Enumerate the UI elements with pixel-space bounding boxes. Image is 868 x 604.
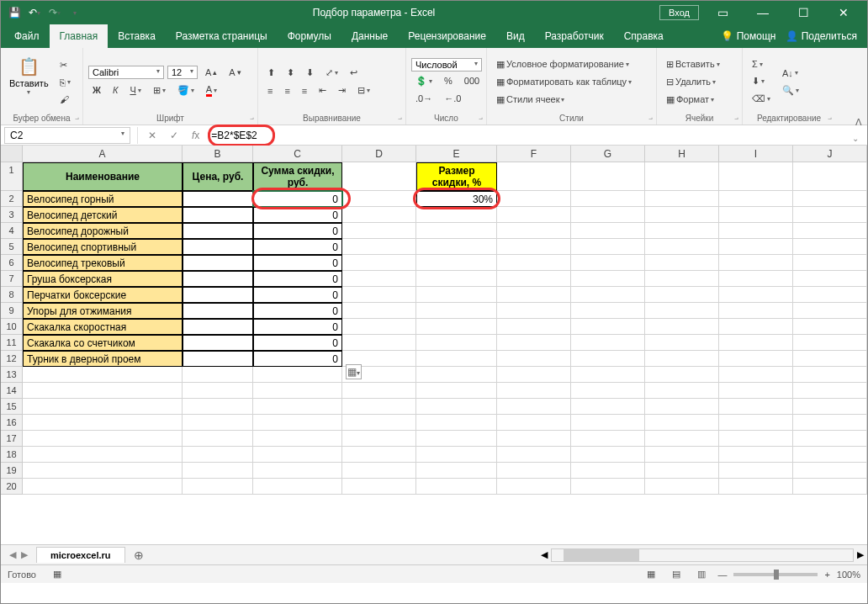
row-header-3[interactable]: 3 [1, 207, 23, 223]
cell-I4[interactable] [719, 223, 793, 239]
paste-button[interactable]: 📋 Вставить ▾ [6, 51, 52, 112]
cell-B1[interactable]: Цена, руб. [183, 162, 253, 191]
select-all-corner[interactable] [1, 146, 23, 162]
share-button[interactable]: 👤 Поделиться [786, 30, 857, 42]
cell-C8[interactable]: 0 [253, 287, 342, 303]
row-header-9[interactable]: 9 [1, 303, 23, 319]
font-size-select[interactable]: 12▾ [167, 66, 198, 79]
cell-C13[interactable] [253, 367, 342, 383]
hscroll-right-icon[interactable]: ▶ [857, 549, 864, 560]
cell-B6[interactable] [183, 255, 253, 271]
cell-G14[interactable] [571, 383, 645, 399]
conditional-formatting-button[interactable]: ▦ Условное форматирование▾ [492, 56, 651, 72]
cell-G1[interactable] [571, 162, 645, 191]
cell-H20[interactable] [645, 479, 719, 495]
zoom-level[interactable]: 100% [837, 570, 860, 580]
cell-I11[interactable] [719, 335, 793, 351]
cell-J12[interactable] [793, 351, 867, 367]
cut-icon[interactable]: ✂ [56, 57, 75, 73]
close-button[interactable]: ✕ [827, 1, 860, 24]
cell-A13[interactable] [23, 367, 183, 383]
cell-F18[interactable] [497, 447, 571, 463]
cell-G3[interactable] [571, 207, 645, 223]
cell-J7[interactable] [793, 271, 867, 287]
cell-F4[interactable] [497, 223, 571, 239]
cell-H11[interactable] [645, 335, 719, 351]
cell-D8[interactable] [342, 287, 416, 303]
cell-A6[interactable]: Велосипед трековый [23, 255, 183, 271]
minimize-button[interactable]: — [746, 1, 780, 24]
cell-I5[interactable] [719, 239, 793, 255]
cell-I9[interactable] [719, 303, 793, 319]
cell-D14[interactable] [342, 383, 416, 399]
cell-G2[interactable] [571, 191, 645, 207]
cell-E20[interactable] [416, 479, 497, 495]
cell-A3[interactable]: Велосипед детский [23, 207, 183, 223]
cell-I1[interactable] [719, 162, 793, 191]
cell-E10[interactable] [416, 319, 497, 335]
cell-D1[interactable] [342, 162, 416, 191]
align-bottom-icon[interactable]: ⬇ [302, 65, 318, 81]
cell-F12[interactable] [497, 351, 571, 367]
redo-icon[interactable]: ↷▾ [48, 6, 61, 19]
cell-H16[interactable] [645, 415, 719, 431]
cell-C15[interactable] [253, 399, 342, 415]
font-color-icon[interactable]: A▾ [202, 82, 221, 99]
find-select-icon[interactable]: 🔍▾ [778, 82, 803, 98]
cell-J17[interactable] [793, 431, 867, 447]
cell-I17[interactable] [719, 431, 793, 447]
qat-customize-icon[interactable]: ▾ [68, 6, 82, 19]
cell-G9[interactable] [571, 303, 645, 319]
zoom-slider[interactable] [733, 573, 818, 576]
cell-E3[interactable] [416, 207, 497, 223]
tab-formulas[interactable]: Формулы [278, 24, 341, 48]
cell-A19[interactable] [23, 463, 183, 479]
cell-I2[interactable] [719, 191, 793, 207]
sheet-nav-prev-icon[interactable]: ◀ [8, 549, 18, 560]
cell-I14[interactable] [719, 383, 793, 399]
cell-F16[interactable] [497, 415, 571, 431]
cell-A4[interactable]: Велосипед дорожный [23, 223, 183, 239]
cell-E7[interactable] [416, 271, 497, 287]
cell-I6[interactable] [719, 255, 793, 271]
cell-H5[interactable] [645, 239, 719, 255]
row-header-2[interactable]: 2 [1, 191, 23, 207]
cell-F8[interactable] [497, 287, 571, 303]
cell-I19[interactable] [719, 463, 793, 479]
fill-color-icon[interactable]: 🪣▾ [173, 82, 198, 98]
cell-C6[interactable]: 0 [253, 255, 342, 271]
cell-B13[interactable] [183, 367, 253, 383]
cell-D18[interactable] [342, 447, 416, 463]
cell-G19[interactable] [571, 463, 645, 479]
sort-filter-icon[interactable]: A↓▾ [778, 66, 803, 81]
cell-I10[interactable] [719, 319, 793, 335]
row-header-8[interactable]: 8 [1, 287, 23, 303]
cell-J18[interactable] [793, 447, 867, 463]
cell-F1[interactable] [497, 162, 571, 191]
row-header-11[interactable]: 11 [1, 335, 23, 351]
insert-cells-button[interactable]: ⊞ Вставить▾ [662, 56, 737, 72]
cell-C9[interactable]: 0 [253, 303, 342, 319]
cell-I8[interactable] [719, 287, 793, 303]
cell-J3[interactable] [793, 207, 867, 223]
cell-J15[interactable] [793, 399, 867, 415]
cell-A15[interactable] [23, 399, 183, 415]
cell-E17[interactable] [416, 431, 497, 447]
cell-D11[interactable] [342, 335, 416, 351]
cell-E6[interactable] [416, 255, 497, 271]
column-header-I[interactable]: I [719, 146, 793, 162]
cell-H18[interactable] [645, 447, 719, 463]
cell-C1[interactable]: Сумма скидки, руб. [253, 162, 342, 191]
row-header-16[interactable]: 16 [1, 415, 23, 431]
cell-J20[interactable] [793, 479, 867, 495]
cell-I15[interactable] [719, 399, 793, 415]
tab-review[interactable]: Рецензирование [398, 24, 496, 48]
cell-A20[interactable] [23, 479, 183, 495]
cell-G5[interactable] [571, 239, 645, 255]
cell-G12[interactable] [571, 351, 645, 367]
cell-G6[interactable] [571, 255, 645, 271]
cell-H9[interactable] [645, 303, 719, 319]
cell-F3[interactable] [497, 207, 571, 223]
cell-B8[interactable] [183, 287, 253, 303]
cell-G13[interactable] [571, 367, 645, 383]
